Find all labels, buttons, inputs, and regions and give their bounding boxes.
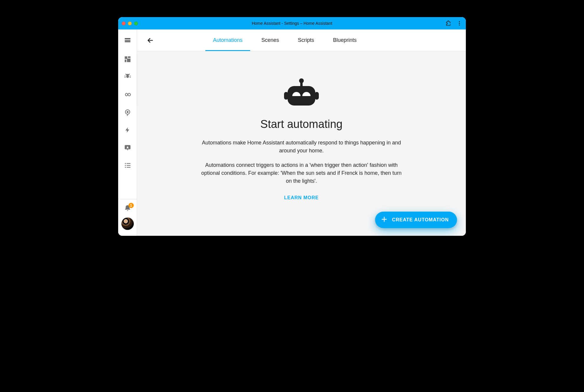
svg-rect-4 (125, 40, 131, 41)
svg-rect-8 (125, 60, 126, 62)
sidebar: 1 (118, 29, 137, 236)
svg-rect-16 (126, 163, 130, 164)
more-menu-icon[interactable] (456, 20, 462, 26)
app-window: Home Assistant - Settings – Home Assista… (118, 17, 466, 236)
user-avatar[interactable] (121, 218, 134, 230)
main-content: Automations Scenes Scripts Blueprints (137, 29, 466, 236)
svg-rect-3 (125, 38, 131, 39)
menu-toggle-button[interactable] (122, 32, 133, 48)
window-title: Home Assistant - Settings – Home Assista… (118, 21, 466, 26)
svg-rect-7 (128, 56, 131, 58)
empty-state-headline: Start automating (260, 118, 343, 131)
svg-rect-24 (284, 92, 288, 100)
list-icon[interactable] (124, 162, 131, 170)
create-automation-label: CREATE AUTOMATION (392, 217, 449, 223)
window-minimize-button[interactable] (128, 22, 132, 25)
learn-more-link[interactable]: LEARN MORE (284, 195, 319, 200)
svg-point-0 (459, 21, 460, 22)
svg-rect-9 (127, 59, 130, 62)
svg-point-15 (125, 163, 126, 164)
notifications-button[interactable]: 1 (124, 205, 131, 213)
window-controls (122, 22, 138, 25)
empty-state-paragraph-1: Automations make Home Assistant automati… (201, 139, 402, 155)
empty-state: Start automating Automations make Home A… (137, 51, 466, 236)
infinity-icon[interactable] (123, 91, 132, 100)
tab-scenes[interactable]: Scenes (259, 29, 281, 51)
svg-rect-23 (288, 86, 315, 106)
bug-icon[interactable] (124, 73, 131, 82)
plus-icon (381, 216, 387, 224)
svg-point-17 (125, 165, 126, 166)
assist-chat-icon[interactable] (124, 144, 131, 153)
extensions-icon[interactable] (445, 20, 451, 26)
svg-rect-22 (300, 83, 303, 87)
lightning-icon[interactable] (124, 126, 131, 135)
window-zoom-button[interactable] (134, 22, 138, 25)
svg-point-12 (127, 111, 128, 113)
robot-icon (282, 77, 321, 111)
svg-point-21 (299, 78, 304, 83)
svg-point-2 (459, 24, 460, 25)
svg-point-1 (459, 23, 460, 24)
notifications-badge: 1 (128, 203, 134, 208)
page-header: Automations Scenes Scripts Blueprints (137, 29, 466, 51)
titlebar: Home Assistant - Settings – Home Assista… (118, 17, 466, 29)
tabs: Automations Scenes Scripts Blueprints (164, 29, 466, 51)
empty-state-paragraph-2: Automations connect triggers to actions … (201, 161, 402, 185)
svg-rect-6 (125, 56, 127, 59)
brain-gear-icon[interactable] (124, 108, 131, 117)
back-button[interactable] (137, 29, 164, 51)
tab-automations[interactable]: Automations (211, 29, 245, 51)
svg-rect-25 (315, 92, 319, 100)
create-automation-button[interactable]: CREATE AUTOMATION (375, 212, 457, 228)
svg-point-19 (125, 167, 126, 168)
window-close-button[interactable] (122, 22, 126, 25)
dashboard-icon[interactable] (124, 55, 131, 64)
tab-blueprints[interactable]: Blueprints (331, 29, 359, 51)
svg-rect-18 (126, 165, 130, 166)
svg-rect-20 (126, 167, 130, 167)
svg-rect-5 (125, 41, 131, 42)
tab-scripts[interactable]: Scripts (296, 29, 316, 51)
